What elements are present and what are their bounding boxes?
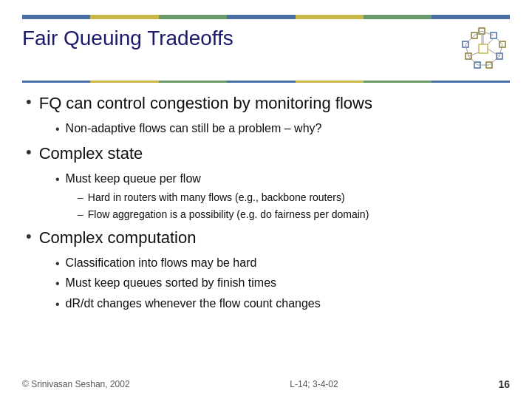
svg-line-19 <box>466 35 474 44</box>
svg-line-17 <box>468 56 477 65</box>
bullet-1-text: FQ can control congestion by monitoring … <box>39 93 372 115</box>
bullet-3-sub-2-dot: • <box>55 276 60 292</box>
bullet-3-sub-3-dot: • <box>55 296 60 313</box>
bullet-2-sub-1-detail-1: – Hard in routers with many flows (e.g.,… <box>78 191 510 205</box>
footer: © Srinivasan Seshan, 2002 L-14; 3-4-02 1… <box>22 378 510 390</box>
bullet-1-sub-1: • Non-adaptive flows can still be a prob… <box>55 120 510 137</box>
bullet-1: • FQ can control congestion by monitorin… <box>26 93 510 115</box>
bullet-3: • Complex computation <box>26 228 510 249</box>
divider <box>22 81 510 83</box>
bullet-1-sub-1-dot: • <box>55 121 60 137</box>
title-row: Fair Queuing Tradeoffs <box>22 27 510 75</box>
svg-line-21 <box>488 38 494 44</box>
network-icon <box>458 27 510 75</box>
bullet-2-sub-1-detail-1-dash: – <box>78 191 83 205</box>
svg-line-15 <box>489 56 499 65</box>
bullet-3-sub-1-dot: • <box>55 256 60 272</box>
content-area: • FQ can control congestion by monitorin… <box>22 93 510 313</box>
bullet-3-dot: • <box>26 226 32 248</box>
slide-title: Fair Queuing Tradeoffs <box>22 27 233 50</box>
bullet-3-sub-3: • dR/dt changes whenever the flow count … <box>55 296 510 313</box>
bullet-2-sub-1-detail-2-text: Flow aggregation is a possibility (e.g. … <box>88 208 369 222</box>
svg-line-11 <box>474 31 482 35</box>
bullet-2-sub-1: • Must keep queue per flow <box>55 171 510 188</box>
bullet-1-dot: • <box>26 92 32 113</box>
bullet-1-sub-1-text: Non-adaptive flows can still be a proble… <box>66 120 322 137</box>
svg-rect-9 <box>479 44 488 53</box>
bullet-2-dot: • <box>26 142 32 163</box>
bullet-3-sub-3-text: dR/dt changes whenever the flow count ch… <box>66 296 321 312</box>
bullet-2-sub-1-detail-1-text: Hard in routers with many flows (e.g., b… <box>88 191 345 205</box>
bullet-2: • Complex state <box>26 143 510 165</box>
bullet-3-text: Complex computation <box>39 228 197 249</box>
bullet-3-sub-2-text: Must keep queues sorted by finish times <box>66 275 276 291</box>
bullet-2-sub-1-text: Must keep queue per flow <box>66 171 201 187</box>
bullet-2-sub-1-detail-2: – Flow aggregation is a possibility (e.g… <box>78 208 510 222</box>
bullet-2-sub-1-dot: • <box>55 171 60 188</box>
footer-right: 16 <box>498 378 510 390</box>
bullet-3-sub-2: • Must keep queues sorted by finish time… <box>55 275 510 292</box>
bullet-3-sub-1: • Classification into flows may be hard <box>55 255 510 272</box>
svg-line-22 <box>488 49 499 56</box>
footer-center: L-14; 3-4-02 <box>290 379 338 389</box>
slide: Fair Queuing Tradeoffs <box>0 0 532 399</box>
header-bar <box>22 15 510 19</box>
bullet-3-sub-1-text: Classification into flows may be hard <box>66 255 257 271</box>
bullet-2-text: Complex state <box>39 143 143 165</box>
footer-left: © Srinivasan Seshan, 2002 <box>22 379 130 389</box>
bullet-2-sub-1-detail-2-dash: – <box>78 208 83 222</box>
